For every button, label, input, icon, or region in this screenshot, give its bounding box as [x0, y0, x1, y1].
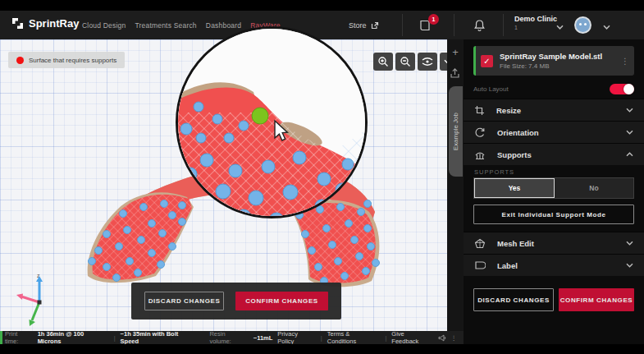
support-dot[interactable] [249, 191, 263, 205]
support-dot[interactable] [120, 210, 127, 218]
queue-count-badge: 1 [428, 14, 439, 25]
support-dot[interactable] [302, 231, 309, 238]
support-dot[interactable] [342, 159, 354, 170]
support-dot[interactable] [126, 258, 134, 265]
status-menu-button[interactable]: ⋮ [451, 334, 458, 342]
nav-item-dashboard[interactable]: Dashboard [206, 21, 241, 30]
privacy-policy-link[interactable]: Privacy Policy [277, 330, 315, 345]
support-dot[interactable] [358, 209, 365, 216]
support-dot[interactable] [140, 204, 148, 211]
support-dot[interactable] [229, 164, 242, 177]
store-link[interactable]: Store [349, 11, 379, 39]
support-dot[interactable] [351, 237, 359, 244]
avatar[interactable] [574, 16, 591, 34]
zoom-out-icon [400, 56, 411, 67]
exit-individual-support-mode-button[interactable]: Exit Individual Support Mode [473, 205, 634, 224]
support-dot[interactable] [194, 102, 203, 112]
job-tab-example-job[interactable]: Example Job [449, 86, 463, 177]
sidebar-discard-changes-button[interactable]: DISCARD CHANGES [473, 288, 554, 311]
support-dot[interactable] [159, 230, 167, 237]
support-dot[interactable] [341, 273, 349, 280]
support-dot[interactable] [317, 172, 331, 186]
section-label: Orientation [497, 128, 539, 137]
section-label-tool[interactable]: Label [464, 254, 644, 276]
support-dot[interactable] [364, 200, 372, 208]
support-dot[interactable] [161, 200, 168, 208]
support-dot[interactable] [239, 121, 249, 131]
view-mode-button[interactable] [418, 53, 437, 71]
section-supports[interactable]: Supports [464, 143, 644, 165]
support-dot[interactable] [216, 184, 231, 199]
support-dot[interactable] [169, 212, 176, 219]
discard-changes-button[interactable]: DISCARD CHANGES [144, 292, 224, 310]
model-menu-button[interactable]: ⋮ [621, 57, 629, 66]
support-dot[interactable] [224, 133, 234, 143]
job-tab-label: Example Job [452, 113, 459, 150]
support-dot[interactable] [169, 243, 176, 251]
support-dot[interactable] [179, 202, 186, 209]
support-dot[interactable] [363, 268, 370, 275]
support-dot[interactable] [323, 225, 331, 232]
support-dot[interactable] [148, 250, 156, 257]
confirm-changes-button[interactable]: CONFIRM CHANGES [235, 292, 328, 310]
support-dot[interactable] [200, 154, 213, 167]
support-dot[interactable] [179, 218, 186, 226]
account-chevron[interactable] [551, 19, 568, 35]
auto-layout-toggle[interactable] [610, 84, 634, 94]
support-dot[interactable] [293, 151, 306, 164]
model-checkbox[interactable]: ✓ [481, 55, 493, 67]
nav-item-cloud-design[interactable]: Cloud Design [82, 21, 126, 30]
support-dot[interactable] [345, 220, 353, 228]
support-dot[interactable] [180, 123, 192, 135]
support-dot[interactable] [135, 269, 142, 277]
upload-button[interactable] [450, 67, 460, 79]
axis-gizmo: z [15, 268, 64, 329]
section-resize[interactable]: Resize [464, 99, 644, 121]
support-dot[interactable] [116, 243, 123, 251]
model-title: SprintRay Sample Model.stl [500, 52, 602, 61]
support-dot[interactable] [212, 114, 222, 124]
support-dot[interactable] [89, 258, 96, 265]
support-dot[interactable] [148, 220, 156, 228]
brand[interactable]: SprintRay [11, 17, 79, 30]
notifications-button[interactable] [471, 17, 487, 34]
support-dot[interactable] [356, 253, 363, 260]
supports-no-button[interactable]: No [555, 178, 633, 198]
section-orientation[interactable]: Orientation [464, 121, 644, 143]
support-dot[interactable] [364, 225, 372, 232]
model-card[interactable]: ✓ SprintRay Sample Model.stl File Size: … [473, 46, 634, 76]
support-dot[interactable] [283, 185, 298, 200]
support-dot[interactable] [103, 231, 111, 238]
highlighted-support-dot[interactable] [252, 108, 268, 124]
support-dot[interactable] [335, 258, 342, 265]
support-dot[interactable] [262, 160, 275, 173]
support-dot[interactable] [138, 237, 145, 244]
zoom-out-button[interactable] [395, 53, 415, 71]
support-dot[interactable] [315, 264, 322, 271]
zoom-in-button[interactable] [373, 53, 393, 71]
view-options-button[interactable] [440, 53, 447, 71]
support-dot[interactable] [95, 247, 103, 255]
support-dot[interactable] [196, 133, 206, 143]
supports-yes-button[interactable]: Yes [474, 178, 555, 198]
terms-conditions-link[interactable]: Terms & Conditions [327, 330, 381, 345]
add-job-button[interactable]: + [447, 46, 464, 59]
profile-chevron[interactable] [598, 19, 614, 35]
support-dot[interactable] [329, 241, 336, 249]
nav-item-treatments-search[interactable]: Treatments Search [135, 21, 196, 30]
support-dot[interactable] [124, 227, 131, 234]
support-dot[interactable] [368, 243, 375, 251]
support-dot[interactable] [372, 260, 380, 267]
support-dot[interactable] [103, 264, 111, 271]
support-dot[interactable] [113, 274, 121, 282]
print-time-value: 1h 36min @ 100 Microns [38, 330, 109, 345]
magnifier-lens [176, 26, 368, 218]
give-feedback-link[interactable]: Give Feedback [391, 330, 432, 345]
sidebar-confirm-changes-button[interactable]: CONFIRM CHANGES [559, 288, 634, 311]
auto-layout-label: Auto Layout [473, 85, 509, 93]
support-dot[interactable] [317, 206, 324, 214]
section-mesh-edit[interactable]: Mesh Edit [464, 232, 644, 254]
support-dot[interactable] [158, 261, 165, 269]
support-dot[interactable] [337, 204, 345, 211]
support-dot[interactable] [308, 247, 316, 255]
